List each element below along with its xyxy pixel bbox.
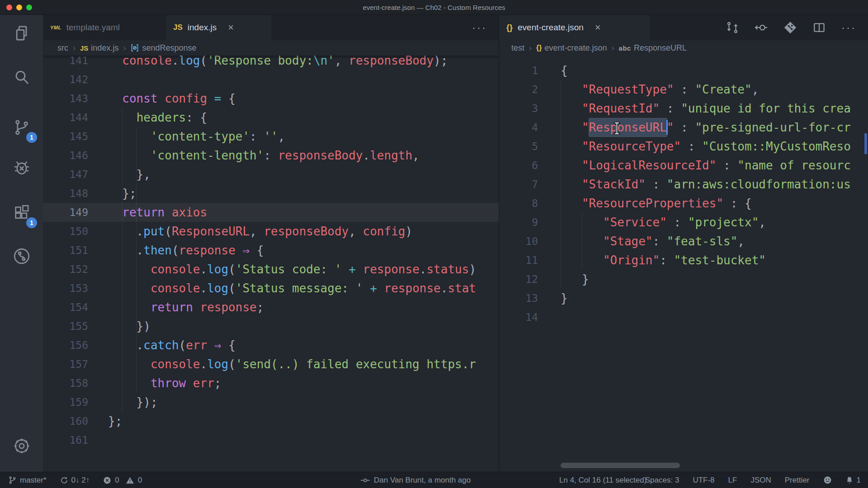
window-title: event-create.json — Ch02 - Custom Resour… xyxy=(0,4,868,11)
language-mode-status[interactable]: JSON xyxy=(750,476,771,485)
tab-event-create-json[interactable]: {} event-create.json × xyxy=(499,15,651,40)
zoom-window-button[interactable] xyxy=(26,5,32,10)
cursor-position-status[interactable]: Ln 4, Col 16 (11 selected) xyxy=(559,476,646,485)
search-icon[interactable] xyxy=(0,64,43,91)
minimize-window-button[interactable] xyxy=(16,5,22,10)
line-number: 147 xyxy=(43,165,88,184)
source-control-icon[interactable]: 1 xyxy=(0,114,43,141)
line-number: 161 xyxy=(43,431,88,450)
explorer-icon[interactable] xyxy=(0,19,43,47)
extensions-icon[interactable]: 1 xyxy=(0,199,43,226)
line-number: 149 xyxy=(43,203,88,222)
breadcrumb-response-url[interactable]: abc ResponseURL xyxy=(619,43,687,53)
warnings-icon xyxy=(126,476,134,484)
tab-template-yaml[interactable]: YML template.yaml xyxy=(43,15,166,40)
code-line-13: 13} xyxy=(499,289,868,308)
horizontal-scrollbar[interactable] xyxy=(561,463,680,468)
line-number: 144 xyxy=(43,108,88,127)
line-number: 148 xyxy=(43,184,88,203)
git-branch-status[interactable]: master* xyxy=(8,476,47,485)
breadcrumb-event-create-json[interactable]: {} event-create.json xyxy=(536,43,607,53)
breadcrumb-separator: › xyxy=(73,43,75,53)
bell-icon xyxy=(845,476,854,484)
code-line-149: 149 return axios xyxy=(43,203,499,222)
line-number: 160 xyxy=(43,412,88,431)
close-window-button[interactable] xyxy=(6,5,12,10)
line-number: 1 xyxy=(499,61,538,80)
breadcrumb-send-response[interactable]: sendResponse xyxy=(130,43,196,53)
code-line-155: 155 }) xyxy=(43,317,499,336)
tab-index-js[interactable]: JS index.js × xyxy=(166,15,272,40)
line-number: 142 xyxy=(43,70,88,89)
breadcrumb-index-js[interactable]: JS index.js xyxy=(80,43,118,53)
code-line-160: 160}; xyxy=(43,412,499,431)
line-number: 8 xyxy=(499,194,538,213)
code-line-142: 142 xyxy=(43,70,499,89)
tab-label: template.yaml xyxy=(66,23,120,33)
extensions-badge: 1 xyxy=(26,217,37,228)
symbol-string-icon: abc xyxy=(619,44,631,52)
breadcrumb-separator: › xyxy=(529,43,532,53)
gitlens-icon[interactable] xyxy=(0,243,43,270)
problems-status[interactable]: 0 0 xyxy=(103,476,142,485)
code-line-14: 14 xyxy=(499,308,868,327)
js-file-icon: JS xyxy=(80,44,88,52)
debug-icon[interactable] xyxy=(0,154,43,181)
line-number: 143 xyxy=(43,89,88,108)
line-number: 158 xyxy=(43,374,88,393)
code-line-8: 8 "ResourceProperties" : { xyxy=(499,194,868,213)
left-code-editor[interactable]: 141 console.log('Response body:\n', resp… xyxy=(43,56,499,472)
mouse-ibeam-cursor xyxy=(613,122,621,135)
yaml-file-icon: YML xyxy=(50,25,61,30)
code-line-158: 158 throw err; xyxy=(43,374,499,393)
line-number: 3 xyxy=(499,99,538,118)
settings-gear-icon[interactable] xyxy=(0,432,43,460)
line-number: 141 xyxy=(43,56,88,70)
breadcrumb-src[interactable]: src xyxy=(57,43,68,53)
feedback-smiley-icon[interactable] xyxy=(823,476,832,484)
code-line-141: 141 console.log('Response body:\n', resp… xyxy=(43,56,499,70)
breadcrumb-test[interactable]: test xyxy=(511,43,524,53)
code-line-145: 145 'content-type': '', xyxy=(43,127,499,146)
editor-group-left: YML template.yaml JS index.js × ··· src … xyxy=(43,15,499,472)
open-changes-icon[interactable] xyxy=(755,21,768,34)
breadcrumb-separator: › xyxy=(123,43,126,53)
code-line-143: 143 const config = { xyxy=(43,89,499,108)
overview-ruler-selection-marker xyxy=(864,133,867,154)
editor-group-right: {} event-create.json × xyxy=(499,15,868,472)
more-actions-icon[interactable]: ··· xyxy=(472,21,487,34)
line-number: 154 xyxy=(43,298,88,317)
code-line-6: 6 "LogicalResourceId" : "name of resourc xyxy=(499,156,868,175)
gitlens-blame-status[interactable]: Dan Van Brunt, a month ago xyxy=(361,476,471,485)
tab-label: index.js xyxy=(188,23,217,33)
eol-status[interactable]: LF xyxy=(728,476,737,485)
line-number: 151 xyxy=(43,241,88,260)
line-number: 2 xyxy=(499,80,538,99)
line-number: 10 xyxy=(499,232,538,251)
errors-icon xyxy=(103,476,111,484)
code-line-12: 12 } xyxy=(499,270,868,289)
line-number: 159 xyxy=(43,393,88,412)
more-actions-icon[interactable]: ··· xyxy=(841,21,856,34)
close-tab-icon[interactable]: × xyxy=(595,22,601,33)
git-compare-icon[interactable] xyxy=(726,21,739,34)
line-number: 146 xyxy=(43,146,88,165)
breadcrumb-separator: › xyxy=(612,43,614,53)
notifications-bell[interactable]: 1 xyxy=(845,476,861,485)
line-number: 12 xyxy=(499,270,538,289)
indentation-status[interactable]: Spaces: 3 xyxy=(645,476,679,485)
encoding-status[interactable]: UTF-8 xyxy=(693,476,714,485)
line-number: 4 xyxy=(499,118,538,137)
code-line-154: 154 return response; xyxy=(43,298,499,317)
line-number: 5 xyxy=(499,137,538,156)
json-file-icon: {} xyxy=(506,23,513,33)
tab-label: event-create.json xyxy=(518,23,584,33)
left-tab-bar: YML template.yaml JS index.js × ··· xyxy=(43,15,499,40)
right-code-editor[interactable]: 1{2 "RequestType" : "Create",3 "RequestI… xyxy=(499,56,868,472)
sync-changes-status[interactable]: 0↓ 2↑ xyxy=(60,476,90,485)
split-editor-icon[interactable] xyxy=(812,21,826,34)
vscode-window: event-create.json — Ch02 - Custom Resour… xyxy=(0,0,868,488)
git-diff-icon[interactable] xyxy=(783,21,797,34)
formatter-status[interactable]: Prettier xyxy=(785,476,810,485)
close-tab-icon[interactable]: × xyxy=(228,22,234,33)
